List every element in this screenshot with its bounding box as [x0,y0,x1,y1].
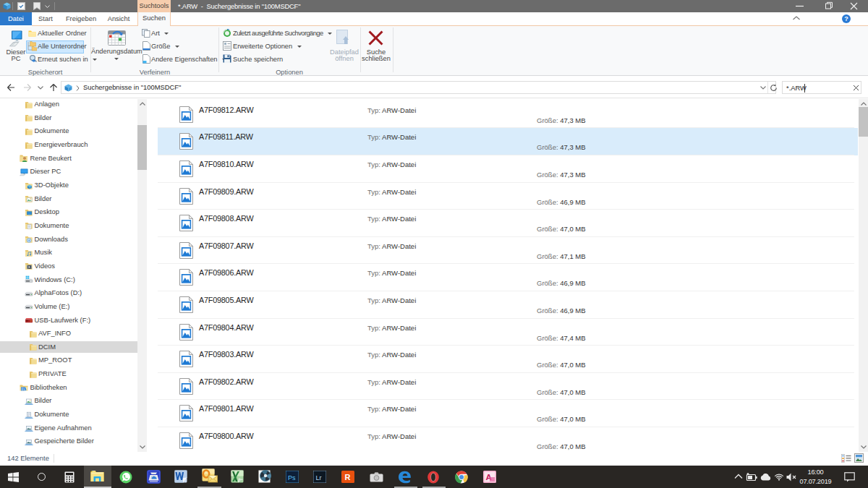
svg-text:R: R [345,473,351,481]
svg-text:Lr: Lr [315,474,321,481]
svg-text:Ps: Ps [288,474,296,481]
